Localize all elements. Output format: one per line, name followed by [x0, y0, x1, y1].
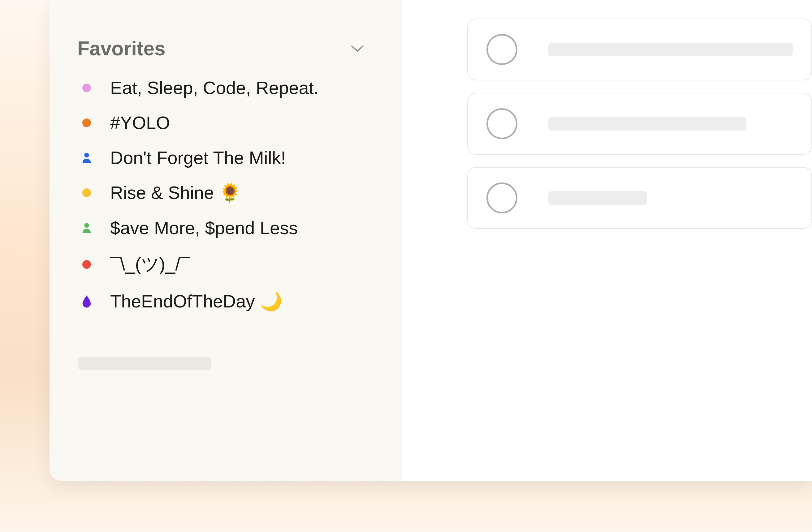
favorites-title: Favorites [77, 37, 165, 60]
task-placeholder [548, 43, 793, 56]
favorite-item-end-of-day[interactable]: TheEndOfTheDay 🌙 [77, 286, 377, 317]
task-placeholder [548, 117, 746, 131]
svg-point-1 [85, 223, 89, 228]
chevron-down-icon[interactable] [350, 41, 365, 56]
sidebar: Favorites Eat, Sleep, Code, Repeat. #YOL… [49, 0, 402, 481]
task-card[interactable] [467, 167, 812, 229]
favorite-label: Eat, Sleep, Code, Repeat. [110, 77, 319, 98]
main-content [402, 0, 812, 481]
task-checkbox[interactable] [487, 108, 518, 139]
task-checkbox[interactable] [487, 34, 518, 65]
favorite-label: #YOLO [110, 112, 170, 133]
dot-icon [81, 258, 93, 271]
favorite-item-yolo[interactable]: #YOLO [77, 107, 377, 138]
favorite-label: ¯\_(ツ)_/¯ [110, 252, 190, 277]
favorite-item-save-more[interactable]: $ave More, $pend Less [77, 212, 377, 243]
sidebar-placeholder [78, 357, 211, 370]
favorite-item-milk[interactable]: Don't Forget The Milk! [77, 142, 377, 173]
favorite-label: $ave More, $pend Less [110, 218, 298, 238]
favorite-label: Don't Forget The Milk! [110, 147, 286, 168]
person-icon [81, 222, 93, 234]
task-card[interactable] [467, 93, 812, 154]
favorite-label: Rise & Shine 🌻 [110, 182, 241, 203]
task-placeholder [548, 191, 647, 205]
favorite-item-eat-sleep-code[interactable]: Eat, Sleep, Code, Repeat. [77, 72, 377, 103]
svg-point-0 [85, 153, 89, 158]
favorites-list: Eat, Sleep, Code, Repeat. #YOLO Don't Fo… [77, 72, 377, 317]
favorite-item-rise-shine[interactable]: Rise & Shine 🌻 [77, 177, 377, 208]
drop-icon [81, 295, 93, 308]
dot-icon [81, 117, 93, 129]
task-card[interactable] [467, 18, 812, 80]
dot-icon [81, 187, 93, 199]
favorite-item-shrug[interactable]: ¯\_(ツ)_/¯ [77, 248, 377, 281]
person-icon [81, 151, 93, 164]
favorites-section-header[interactable]: Favorites [77, 37, 377, 60]
app-window: Favorites Eat, Sleep, Code, Repeat. #YOL… [49, 0, 812, 481]
task-checkbox[interactable] [487, 182, 518, 213]
favorite-label: TheEndOfTheDay 🌙 [110, 291, 282, 312]
dot-icon [81, 82, 93, 94]
